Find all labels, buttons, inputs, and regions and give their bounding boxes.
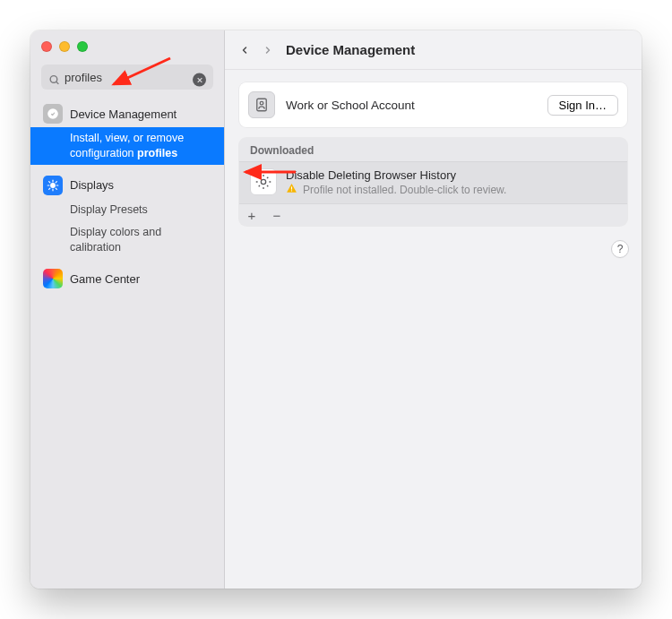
forward-button[interactable] (263, 43, 273, 57)
warning-icon (286, 183, 297, 197)
downloaded-heading: Downloaded (239, 138, 627, 161)
sidebar-item-device-management[interactable]: Device Management (30, 100, 224, 127)
search-container (30, 61, 224, 99)
account-card: Work or School Account Sign In… (239, 82, 627, 127)
sidebar-subitem-label: Install, view, or remove configuration p… (70, 132, 184, 159)
sidebar-subitem-display-colors[interactable]: Display colors and calibration (30, 221, 224, 259)
account-title: Work or School Account (286, 99, 415, 112)
sidebar-subitem-profiles[interactable]: Install, view, or remove configuration p… (30, 127, 224, 165)
sign-in-button[interactable]: Sign In… (547, 95, 618, 116)
main-content: Device Management Work or School Account… (225, 30, 642, 589)
search-icon (48, 74, 60, 86)
remove-profile-button[interactable]: − (264, 204, 289, 226)
profile-status-row: Profile not installed. Double-click to r… (286, 183, 506, 197)
sidebar-subitem-display-presets[interactable]: Display Presets (30, 199, 224, 221)
profile-text: Disable Deleting Browser History Profile… (286, 168, 506, 197)
svg-line-11 (56, 188, 56, 189)
settings-window: Device Management Install, view, or remo… (30, 30, 642, 589)
back-button[interactable] (239, 43, 250, 57)
svg-rect-17 (291, 186, 292, 189)
sidebar-item-displays[interactable]: Displays (30, 172, 224, 199)
svg-point-16 (261, 179, 265, 184)
sidebar-nav: Device Management Install, view, or remo… (30, 99, 224, 292)
minimize-window-button[interactable] (59, 41, 70, 52)
search-input[interactable] (41, 64, 213, 90)
profile-status-text: Profile not installed. Double-click to r… (303, 184, 506, 196)
svg-line-1 (56, 82, 58, 84)
svg-point-15 (260, 101, 263, 105)
close-window-button[interactable] (41, 41, 52, 52)
clear-search-button[interactable] (193, 73, 206, 87)
game-center-icon (43, 269, 63, 288)
profile-name: Disable Deleting Browser History (286, 168, 506, 182)
sidebar-subitem-label: Display colors and calibration (70, 226, 161, 254)
svg-line-10 (49, 181, 50, 182)
help-button[interactable]: ? (611, 240, 629, 258)
svg-point-5 (50, 183, 56, 188)
profile-gear-icon (250, 168, 277, 195)
profile-action-bar: + − (239, 203, 627, 226)
sidebar: Device Management Install, view, or remo… (30, 30, 225, 589)
displays-icon (43, 176, 63, 195)
titlebar: Device Management (225, 30, 642, 70)
zoom-window-button[interactable] (77, 41, 88, 52)
add-profile-button[interactable]: + (239, 204, 264, 226)
sidebar-item-game-center[interactable]: Game Center (30, 265, 224, 292)
svg-rect-18 (291, 190, 292, 191)
account-badge-icon (248, 91, 275, 118)
downloaded-section: Downloaded Disable Deleting Browser Hist… (239, 138, 627, 226)
sidebar-subitem-label: Display Presets (70, 203, 148, 216)
sidebar-item-label: Device Management (70, 107, 177, 121)
sidebar-item-label: Game Center (70, 272, 140, 286)
device-management-icon (43, 104, 63, 124)
window-controls (30, 30, 224, 61)
content-area: Work or School Account Sign In… Download… (225, 70, 642, 589)
sidebar-item-label: Displays (70, 178, 114, 192)
svg-line-12 (49, 188, 50, 189)
svg-point-0 (50, 76, 57, 83)
page-title: Device Management (286, 42, 415, 57)
svg-point-4 (47, 108, 58, 119)
svg-line-13 (56, 181, 56, 182)
profile-row[interactable]: Disable Deleting Browser History Profile… (239, 161, 627, 203)
